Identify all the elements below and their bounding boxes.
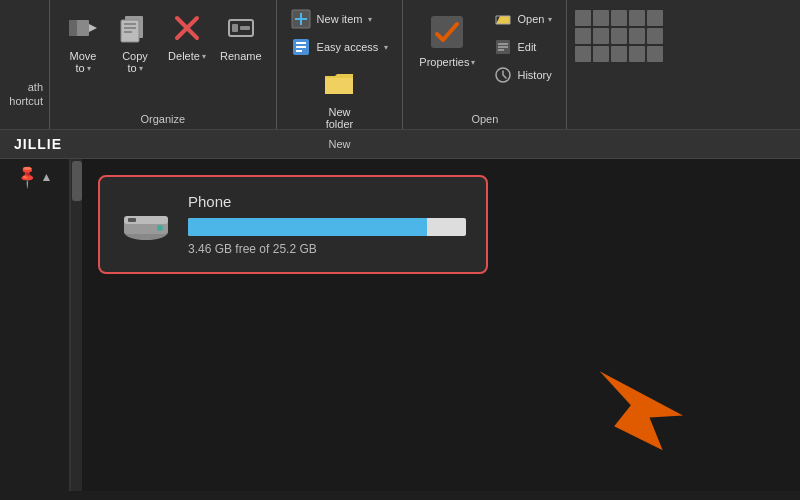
svg-rect-20 xyxy=(431,16,463,48)
ribbon: ath hortcut Move xyxy=(0,0,800,130)
sidebar: 📌 ▲ xyxy=(0,159,70,491)
history-label: History xyxy=(517,69,551,81)
svg-rect-17 xyxy=(296,42,306,44)
pin-icon[interactable]: 📌 xyxy=(13,163,41,191)
properties-button[interactable]: Properties ▾ xyxy=(411,6,483,72)
collapse-icon[interactable]: ▲ xyxy=(41,170,53,184)
phone-name: Phone xyxy=(188,193,466,210)
view-cell-13[interactable] xyxy=(611,46,627,62)
ribbon-group-view xyxy=(567,0,671,129)
svg-marker-1 xyxy=(89,24,97,32)
new-item-icon xyxy=(291,9,311,29)
move-to-arrow: ▾ xyxy=(87,64,91,73)
move-to-label-row: Move to ▾ xyxy=(70,50,97,74)
view-grid xyxy=(575,6,663,62)
svg-rect-11 xyxy=(232,24,238,32)
easy-access-label: Easy access xyxy=(317,41,379,53)
history-button[interactable]: History xyxy=(487,62,558,88)
storage-text: 3.46 GB free of 25.2 GB xyxy=(188,242,466,256)
view-cell-10[interactable] xyxy=(647,28,663,44)
svg-rect-19 xyxy=(296,50,302,52)
shortcut-label: hortcut xyxy=(4,95,43,107)
move-to-icon xyxy=(65,10,101,46)
properties-arrow: ▾ xyxy=(471,58,475,67)
open-top: Properties ▾ Open ▾ xyxy=(411,6,558,88)
open-icon xyxy=(493,9,513,29)
open-right-buttons: Open ▾ Edit xyxy=(487,6,558,88)
page-title: JILLIE xyxy=(14,136,62,152)
svg-rect-2 xyxy=(69,20,77,36)
view-cell-15[interactable] xyxy=(647,46,663,62)
phone-card[interactable]: Phone 3.46 GB free of 25.2 GB xyxy=(98,175,488,274)
edit-label: Edit xyxy=(517,41,536,53)
arrow-svg xyxy=(590,337,720,457)
view-cell-4[interactable] xyxy=(629,10,645,26)
new-label: New xyxy=(285,134,395,154)
move-to-button[interactable]: Move to ▾ xyxy=(58,6,108,78)
edit-button[interactable]: Edit xyxy=(487,34,558,60)
move-to-label2: to xyxy=(75,62,84,74)
open-label: Open xyxy=(411,109,558,129)
view-cell-6[interactable] xyxy=(575,28,591,44)
view-cell-9[interactable] xyxy=(629,28,645,44)
new-top-buttons: New item ▾ Easy access ▾ xyxy=(285,6,395,60)
svg-marker-31 xyxy=(590,346,693,457)
view-cell-3[interactable] xyxy=(611,10,627,26)
delete-label: Delete xyxy=(168,50,200,62)
storage-bar-fill xyxy=(188,218,427,236)
phone-drive-icon xyxy=(120,206,172,244)
main-content: 📌 ▲ Phone xyxy=(0,159,800,491)
properties-label: Properties xyxy=(419,56,469,68)
copy-to-icon xyxy=(117,10,153,46)
svg-rect-5 xyxy=(124,23,136,25)
scrollbar-thumb[interactable] xyxy=(72,161,82,201)
storage-bar-background xyxy=(188,218,466,236)
ribbon-group-organize: Move to ▾ xyxy=(50,0,277,129)
copy-to-button[interactable]: Copy to ▾ xyxy=(110,6,160,78)
view-cell-2[interactable] xyxy=(593,10,609,26)
organize-label: Organize xyxy=(58,109,268,129)
view-cell-5[interactable] xyxy=(647,10,663,26)
rename-icon xyxy=(223,10,259,46)
scrollbar-track[interactable] xyxy=(70,159,82,491)
view-cell-11[interactable] xyxy=(575,46,591,62)
edit-icon xyxy=(493,37,513,57)
copy-label: Copy xyxy=(122,50,148,62)
open-button[interactable]: Open ▾ xyxy=(487,6,558,32)
view-cell-12[interactable] xyxy=(593,46,609,62)
new-item-label: New item xyxy=(317,13,363,25)
view-cell-7[interactable] xyxy=(593,28,609,44)
ribbon-group-open: Properties ▾ Open ▾ xyxy=(403,0,567,129)
open-arrow: ▾ xyxy=(548,15,552,24)
path-label: ath xyxy=(4,81,43,93)
svg-rect-12 xyxy=(240,26,250,30)
history-icon xyxy=(493,65,513,85)
arrow-annotation xyxy=(590,337,720,461)
delete-button[interactable]: Delete ▾ xyxy=(162,6,212,66)
phone-info: Phone 3.46 GB free of 25.2 GB xyxy=(188,193,466,256)
open-label: Open xyxy=(517,13,544,25)
delete-icon xyxy=(169,10,205,46)
content-area: Phone 3.46 GB free of 25.2 GB xyxy=(82,159,800,491)
svg-rect-6 xyxy=(124,27,136,29)
easy-access-icon xyxy=(291,37,311,57)
new-folder-label: New folder xyxy=(326,106,354,130)
rename-label: Rename xyxy=(220,50,262,62)
properties-icon xyxy=(425,10,469,54)
ribbon-left-section: ath hortcut xyxy=(0,0,50,129)
easy-access-button[interactable]: Easy access ▾ xyxy=(285,34,395,60)
title-bar: JILLIE xyxy=(0,130,800,159)
delete-arrow: ▾ xyxy=(202,52,206,61)
view-cell-8[interactable] xyxy=(611,28,627,44)
svg-rect-7 xyxy=(124,31,132,33)
new-item-arrow: ▾ xyxy=(368,15,372,24)
new-folder-button[interactable]: New folder xyxy=(285,62,395,134)
ribbon-group-new: New item ▾ Easy access ▾ xyxy=(277,0,404,129)
view-cell-14[interactable] xyxy=(629,46,645,62)
svg-rect-29 xyxy=(128,218,136,222)
view-cell-1[interactable] xyxy=(575,10,591,26)
rename-button[interactable]: Rename xyxy=(214,6,268,66)
svg-point-30 xyxy=(157,225,163,231)
new-item-button[interactable]: New item ▾ xyxy=(285,6,395,32)
copy-to-arrow: ▾ xyxy=(139,64,143,73)
